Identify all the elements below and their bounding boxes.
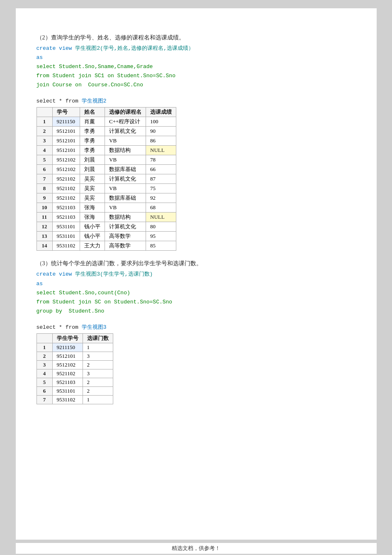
cell-value: VB [105,203,146,213]
cell-value: 张海 [80,213,105,222]
cell-value: 高等数学 [105,232,146,241]
row-index: 7 [37,174,52,184]
cell-value: 9531101 [52,386,83,395]
cell-value: 吴宾 [80,174,105,184]
cell-value: 9531101 [52,222,80,232]
cell-value: 9512101 [52,127,80,136]
kw-select2: select Student.Sno,Sname,Cname,Grade [37,64,153,70]
cell-value: 刘晨 [80,155,105,165]
cell-value: 9512101 [52,352,83,360]
table-row: 29512101李勇计算机文化90 [37,127,176,136]
cell-value: 2 [83,386,113,395]
col3-count: 选课门数 [83,333,113,343]
table-row: 39512101李勇VB86 [37,136,176,146]
table-row: 795311021 [37,395,113,404]
code3-line-1: create view 学生视图3(学生学号,选课门数) [37,270,356,279]
cell-value: 9512102 [52,360,83,369]
section2-select: select * from 学生视图2 [37,97,356,105]
table-row: 89521102吴宾VB75 [37,184,176,193]
code-line-5: join Course on Course.Cno=SC.Cno [37,81,356,90]
row-index: 1 [37,117,52,127]
row-index: 12 [37,222,52,232]
kw3-as: as [37,281,43,287]
cell-value: 吴宾 [80,193,105,203]
cell-value: 数据结构 [105,146,146,155]
cell-value: 李勇 [80,146,105,155]
cell-value: 数据库基础 [105,193,146,203]
code-line-2: as [37,53,356,62]
cell-value: 9521103 [52,213,80,222]
cell-value: 2 [83,360,113,369]
cell-value: 9521102 [52,369,83,378]
col-cname: 选修的课程名 [105,108,146,117]
cell-value: 3 [83,369,113,378]
table-row: 19211150肖薰C++程序设计100 [37,117,176,127]
col3-idx [37,333,52,343]
cell-value: 1 [83,395,113,404]
row-index: 8 [37,184,52,193]
cell-value: 3 [83,352,113,360]
cell-value: 78 [146,155,176,165]
cell-value: 肖薰 [80,117,105,127]
table-row: 49512101李勇数据结构NULL [37,146,176,155]
cell-value: 钱小平 [80,222,105,232]
cell-value: 计算机文化 [105,127,146,136]
row-index: 4 [37,369,52,378]
from-kw3: from [66,324,82,330]
code-line-1: create view 学生视图2(学号,姓名,选修的课程名,选课成绩） [37,44,356,53]
table-row: 109521103张海VB68 [37,203,176,213]
footer: 精选文档，供参考！ [16,543,377,554]
cell-value: 高等数学 [105,241,146,251]
section3: （3）统计每个学生的选课门数，要求列出学生学号和选课门数。 create vie… [37,260,356,404]
cell-value: NULL [146,146,176,155]
cell-value: NULL [146,213,176,222]
cell-value: VB [105,155,146,165]
row-index: 10 [37,203,52,213]
section3-title: （3）统计每个学生的选课门数，要求列出学生学号和选课门数。 [37,260,356,267]
kw3-create-view: create view [37,271,75,277]
cell-value: 9531101 [52,232,80,241]
code3-line-5: group by Student.Sno [37,307,356,316]
table-row: 295121013 [37,352,113,360]
cell-value: 2 [83,378,113,386]
cell-value: 钱小平 [80,232,105,241]
cell-value: 数据结构 [105,213,146,222]
cell-value: 66 [146,165,176,174]
table3-header-row: 学生学号 选课门数 [37,333,113,343]
table-row: 395121022 [37,360,113,369]
table-row: 149531102王大力高等数学85 [37,241,176,251]
row-index: 6 [37,386,52,395]
col3-sno: 学生学号 [52,333,83,343]
row-index: 14 [37,241,52,251]
table-row: 139531101钱小平高等数学95 [37,232,176,241]
kw3-select: select Student.Sno,count(Cno) [37,290,130,296]
col-idx [37,108,52,117]
kw-create-view: create view [37,45,75,51]
kw-from2: from Student join SC1 on Student.Sno=SC.… [37,73,175,79]
table2-header-row: 学号 姓名 选修的课程名 选课成绩 [37,108,176,117]
row-index: 9 [37,193,52,203]
cell-value: 1 [83,343,113,352]
cell-value: 68 [146,203,176,213]
kw3-from: from Student join SC on Student.Sno=SC.S… [37,299,173,305]
cell-value: 李勇 [80,127,105,136]
section2-code: create view 学生视图2(学号,姓名,选修的课程名,选课成绩） as … [37,44,356,90]
cell-value: 计算机文化 [105,174,146,184]
cell-value: 75 [146,184,176,193]
table-row: 192111501 [37,343,113,352]
row-index: 2 [37,352,52,360]
cell-value: C++程序设计 [105,117,146,127]
view-name-2: 学生视图2(学号,姓名,选修的课程名,选课成绩） [75,45,194,51]
kw-join2: join Course on Course.Cno=SC.Cno [37,82,143,88]
cell-value: 计算机文化 [105,222,146,232]
table-row: 99521102吴宾数据库基础92 [37,193,176,203]
row-index: 5 [37,155,52,165]
cell-value: 9211150 [52,117,80,127]
footer-text: 精选文档，供参考！ [172,545,220,551]
row-index: 4 [37,146,52,155]
select-kw3: select * [37,324,66,330]
col-sno: 学号 [52,108,80,117]
view-name-3: 学生视图3(学生学号,选课门数) [75,271,153,277]
table-row: 495211023 [37,369,113,378]
result-table-2: 学号 姓名 选修的课程名 选课成绩 19211150肖薰C++程序设计10029… [37,107,177,251]
